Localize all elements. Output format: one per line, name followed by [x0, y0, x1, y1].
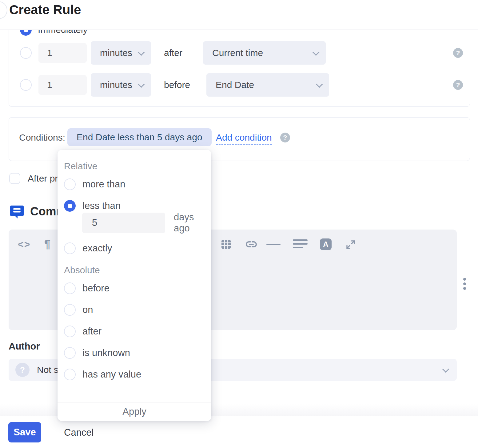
after-unit-select[interactable]: minutes [91, 41, 151, 65]
condition-chip[interactable]: End Date less than 5 days ago [67, 128, 212, 146]
after-anchor-select[interactable]: Current time [203, 41, 326, 65]
before-end-date-radio[interactable] [20, 79, 32, 91]
help-glyph: ? [456, 81, 460, 89]
before-anchor-value: End Date [216, 80, 254, 90]
option-before[interactable]: before [64, 282, 110, 294]
option-less-than[interactable]: less than [64, 200, 121, 212]
help-icon[interactable]: ? [280, 133, 290, 142]
after-unit-value: minutes [100, 48, 132, 58]
before-unit-value: minutes [100, 80, 132, 90]
link-icon[interactable] [245, 240, 257, 249]
chevron-down-icon [138, 49, 145, 56]
relative-section-header: Relative [64, 161, 97, 171]
after-processing-row: After pr [9, 173, 58, 184]
code-view-icon[interactable]: <> [18, 238, 30, 250]
is-unknown-label: is unknown [82, 347, 130, 358]
apply-button[interactable]: Apply [58, 402, 211, 421]
before-anchor-select[interactable]: End Date [206, 73, 329, 97]
before-label: before [82, 283, 110, 294]
align-text-icon[interactable] [293, 239, 308, 248]
chevron-down-icon [442, 366, 449, 373]
more-than-label: more than [82, 179, 125, 190]
before-radio[interactable] [64, 282, 76, 294]
text-style-icon[interactable]: A [320, 238, 332, 250]
is-unknown-radio[interactable] [64, 347, 76, 359]
horizontal-rule-icon[interactable] [266, 244, 281, 245]
relative-amount-input[interactable] [82, 213, 165, 233]
expand-icon[interactable] [345, 239, 356, 250]
on-label: on [82, 304, 93, 315]
comment-icon [10, 204, 24, 218]
page-title: Create Rule [9, 2, 81, 17]
chevron-down-icon [316, 81, 323, 88]
add-condition-link[interactable]: Add condition [216, 132, 272, 145]
has-any-value-radio[interactable] [64, 369, 76, 380]
more-than-radio[interactable] [64, 178, 76, 190]
conditions-label: Conditions: [19, 132, 65, 143]
avatar-glyph: ? [20, 365, 25, 375]
schedule-option-after: minutes after Current time ? [20, 41, 463, 65]
table-icon[interactable] [221, 239, 231, 250]
after-radio[interactable] [64, 326, 76, 337]
relative-amount-suffix: days ago [174, 212, 211, 234]
relative-amount-row: days ago [82, 212, 211, 234]
after-anchor-value: Current time [212, 48, 263, 58]
before-amount-input[interactable] [38, 75, 87, 95]
exactly-radio[interactable] [64, 242, 76, 254]
save-button[interactable]: Save [8, 422, 41, 442]
has-any-value-label: has any value [82, 369, 141, 380]
option-on[interactable]: on [64, 304, 93, 316]
option-after[interactable]: after [64, 326, 102, 337]
after-current-time-radio[interactable] [20, 47, 32, 59]
before-relation-label: before [164, 80, 190, 90]
chevron-down-icon [313, 49, 320, 56]
after-amount-input[interactable] [38, 43, 87, 63]
after-label: after [82, 326, 102, 337]
after-processing-checkbox[interactable] [9, 173, 20, 184]
chevron-down-icon [138, 81, 145, 88]
after-relation-label: after [164, 48, 182, 58]
help-icon[interactable]: ? [453, 48, 463, 58]
option-more-than[interactable]: more than [64, 178, 125, 190]
less-than-label: less than [82, 200, 121, 211]
schedule-option-before: minutes before End Date ? [20, 73, 463, 97]
condition-chip-text: End Date less than 5 days ago [77, 132, 202, 142]
paragraph-icon[interactable]: ¶ [44, 238, 50, 250]
author-avatar: ? [15, 363, 30, 377]
option-exactly[interactable]: exactly [64, 242, 112, 254]
back-circle-icon[interactable] [0, 1, 7, 19]
exactly-label: exactly [82, 243, 112, 254]
before-unit-select[interactable]: minutes [91, 73, 151, 97]
cancel-button[interactable]: Cancel [64, 427, 94, 438]
option-is-unknown[interactable]: is unknown [64, 347, 130, 359]
absolute-section-header: Absolute [64, 265, 100, 275]
help-glyph: ? [283, 134, 287, 141]
condition-editor-popup: Relative more than less than days ago ex… [58, 150, 211, 421]
less-than-radio[interactable] [64, 200, 76, 212]
on-radio[interactable] [64, 304, 76, 316]
author-label: Author [9, 341, 40, 352]
help-glyph: ? [456, 49, 460, 57]
help-icon[interactable]: ? [453, 80, 463, 90]
create-rule-page: Immediately minutes after Current time ?… [0, 0, 478, 448]
option-has-any-value[interactable]: has any value [64, 369, 141, 380]
after-processing-label: After pr [28, 173, 58, 184]
page-header: Create Rule [0, 0, 478, 30]
kebab-menu-icon[interactable] [463, 278, 466, 290]
